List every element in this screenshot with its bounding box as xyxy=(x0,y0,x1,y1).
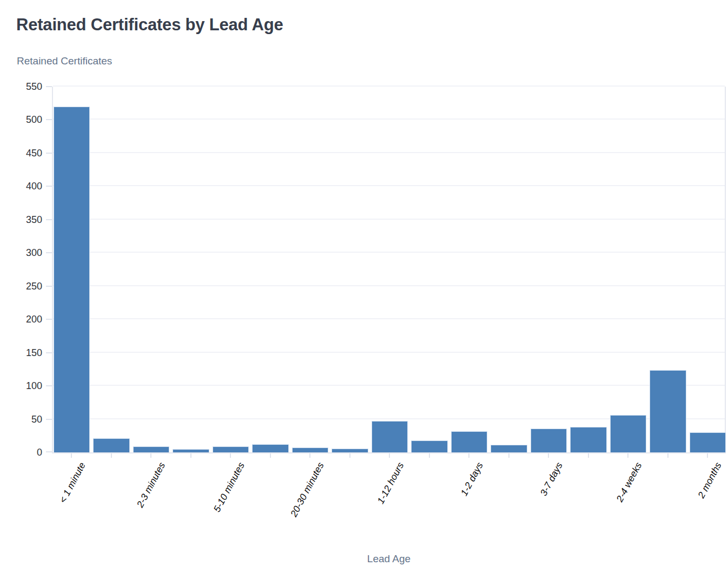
gridline xyxy=(53,385,725,386)
bar xyxy=(252,444,289,452)
y-axis-tick-label: 400 xyxy=(26,180,42,192)
y-axis-tick xyxy=(46,153,52,154)
x-axis-tick-label: 2 months xyxy=(696,460,724,500)
bar xyxy=(570,427,607,452)
y-axis-tick xyxy=(46,119,52,120)
bar xyxy=(411,440,448,452)
gridline xyxy=(53,318,725,319)
y-axis-tick-label: 300 xyxy=(26,247,42,259)
x-axis-tick-label: 3-7 days xyxy=(538,460,565,498)
gridline xyxy=(53,285,725,286)
plot-area: 050100150200250300350400450500550 < 1 mi… xyxy=(52,87,726,453)
x-axis-tick xyxy=(71,453,72,458)
y-axis-tick-label: 50 xyxy=(31,413,42,425)
gridline xyxy=(53,352,725,353)
bar xyxy=(213,446,249,452)
x-axis-tick xyxy=(111,453,112,458)
x-axis-tick-label: 2-3 minutes xyxy=(134,460,167,510)
bar xyxy=(54,107,90,452)
x-axis-tick xyxy=(667,453,669,458)
bar xyxy=(451,431,488,452)
y-axis-tick xyxy=(46,385,52,386)
x-axis-tick xyxy=(468,453,469,458)
y-axis-tick-label: 500 xyxy=(26,114,42,126)
y-axis-tick xyxy=(46,419,52,420)
x-axis-tick-label: 20-30 minutes xyxy=(288,460,327,519)
chart-title: Retained Certificates by Lead Age xyxy=(16,15,283,35)
bar xyxy=(610,415,647,452)
bar xyxy=(133,446,170,452)
x-axis-tick xyxy=(588,453,589,458)
x-axis-tick-label: 5-10 minutes xyxy=(211,460,247,514)
gridline xyxy=(53,219,725,220)
gridline xyxy=(53,119,725,120)
x-axis-tick xyxy=(707,453,708,458)
bar xyxy=(531,429,567,452)
x-axis-tick xyxy=(508,453,509,458)
x-axis-tick xyxy=(429,453,430,458)
bar xyxy=(173,449,209,452)
bar xyxy=(372,421,408,452)
x-axis-tick-label: 2-4 weeks xyxy=(614,460,645,504)
chart-page: { "chart_data": { "type": "bar", "title"… xyxy=(0,0,728,579)
y-axis-tick xyxy=(46,451,52,452)
bar xyxy=(292,448,329,452)
y-axis-tick xyxy=(46,352,52,353)
y-axis-tick-label: 150 xyxy=(26,347,42,359)
y-axis-tick xyxy=(46,86,52,87)
y-axis-tick-label: 550 xyxy=(26,81,42,93)
y-axis-tick xyxy=(46,219,52,220)
x-axis-tick xyxy=(230,453,231,458)
x-axis-tick xyxy=(349,453,350,458)
bar xyxy=(93,438,130,452)
x-axis-title: Lead Age xyxy=(52,553,726,565)
x-axis-tick-label: 1-12 hours xyxy=(375,460,406,506)
x-axis-tick xyxy=(190,453,191,458)
x-axis-tick-label: < 1 minute xyxy=(57,460,88,505)
y-axis-tick-label: 200 xyxy=(26,313,42,325)
y-axis-title: Retained Certificates xyxy=(17,55,112,67)
y-axis-tick-label: 100 xyxy=(26,380,42,392)
y-axis-tick-label: 0 xyxy=(37,446,42,458)
x-axis-tick xyxy=(627,453,628,458)
y-axis-tick-label: 350 xyxy=(26,214,42,226)
x-axis-tick xyxy=(548,453,549,458)
y-axis-tick-label: 450 xyxy=(26,147,42,159)
y-axis-tick xyxy=(46,286,52,287)
x-axis-tick xyxy=(270,453,271,458)
bar xyxy=(650,370,686,452)
gridline xyxy=(53,152,725,153)
y-axis-tick xyxy=(46,319,52,320)
gridline xyxy=(53,85,725,87)
bar xyxy=(332,449,368,452)
x-axis-tick-label: 1-2 days xyxy=(459,460,486,498)
y-axis-tick xyxy=(46,186,52,187)
gridline xyxy=(53,185,725,186)
x-axis-tick xyxy=(389,453,390,458)
bar xyxy=(491,445,527,452)
x-axis-tick xyxy=(309,453,310,458)
y-axis-tick xyxy=(46,252,52,253)
y-axis-tick-label: 250 xyxy=(26,280,42,292)
gridline xyxy=(53,252,725,253)
bar xyxy=(690,432,726,452)
x-axis-tick xyxy=(150,453,151,458)
